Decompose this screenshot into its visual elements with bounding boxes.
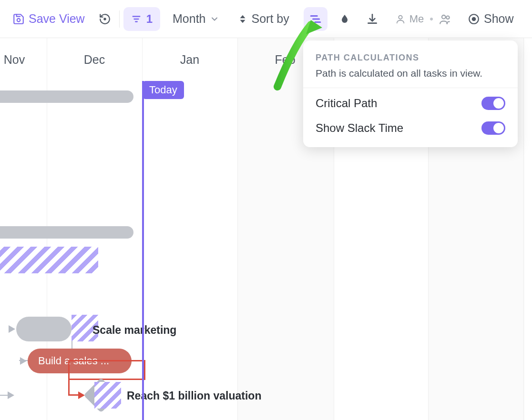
summary-bar[interactable] [0,90,133,103]
task-label-valuation: Reach $1 billion valuation [127,390,261,402]
grid-line [237,38,238,420]
path-calculations-popover: PATH CALCULATIONS Path is calculated on … [303,40,518,147]
download-icon [366,13,379,25]
svg-point-12 [442,15,446,19]
timescale-label: Month [173,12,205,26]
droplet-icon [339,13,350,25]
svg-point-15 [472,17,476,20]
eye-icon [468,13,480,25]
critical-path-row: Critical Path [303,88,518,119]
slack-small [94,382,121,409]
today-badge[interactable]: Today [143,81,184,99]
toolbar: Save View 1 Month Sort by Me • Sho [0,0,532,38]
history-icon [99,13,111,25]
svg-marker-6 [240,20,245,22]
month-label-nov: Nov [0,38,38,81]
summary-bar[interactable] [0,226,133,239]
slack-time-label: Show Slack Time [316,121,403,135]
svg-point-1 [104,18,105,20]
slack-bar[interactable] [0,247,98,273]
dependency-arrow-critical [78,391,85,399]
slack-time-toggle[interactable] [481,121,505,135]
assignees-button[interactable] [439,13,451,25]
task-label-scale-marketing: Scale marketing [92,324,176,337]
me-label: Me [409,13,424,25]
show-label: Show [484,12,514,26]
popover-title: PATH CALCULATIONS [316,53,505,63]
svg-point-13 [446,16,450,19]
show-button[interactable]: Show [464,9,518,30]
dependency-arrow [20,357,27,365]
toolbar-divider [119,10,120,28]
month-label-jan: Jan [142,38,237,81]
people-icon [439,13,451,25]
timescale-dropdown[interactable]: Month [169,9,223,30]
chevron-down-icon [210,14,219,24]
gantt-icon [309,13,322,25]
download-button[interactable] [362,9,383,30]
grid-line [523,38,524,420]
month-label-dec: Dec [47,38,142,81]
popover-subtitle: Path is calculated on all tasks in view. [316,68,505,79]
save-view-button[interactable]: Save View [9,9,89,30]
svg-point-0 [17,18,20,21]
today-line [142,81,144,420]
filter-icon [131,14,142,24]
people-group: Me • [391,9,455,30]
slack-time-row: Show Slack Time [303,119,518,147]
critical-rect [68,360,145,380]
svg-marker-5 [240,15,245,18]
save-icon [12,13,25,25]
filter-button[interactable]: 1 [123,7,160,31]
save-view-label: Save View [29,12,85,26]
dependency-arrow [9,325,15,333]
sort-icon [237,14,248,24]
separator-dot: • [430,13,433,25]
path-calculations-button[interactable] [304,7,327,31]
history-button[interactable] [94,9,115,30]
critical-path-label: Critical Path [316,97,377,110]
task-scale-marketing[interactable] [16,317,72,341]
person-icon [395,14,406,24]
sort-label: Sort by [252,12,289,26]
popover-header: PATH CALCULATIONS Path is calculated on … [303,40,518,88]
filter-count: 1 [146,12,153,26]
dependency-arrow [8,391,14,399]
sort-button[interactable]: Sort by [234,9,293,30]
dependency-line-critical [68,380,70,395]
svg-point-11 [399,15,402,19]
color-button[interactable] [334,9,355,30]
critical-path-toggle[interactable] [481,97,505,110]
me-button[interactable]: Me [395,13,424,25]
